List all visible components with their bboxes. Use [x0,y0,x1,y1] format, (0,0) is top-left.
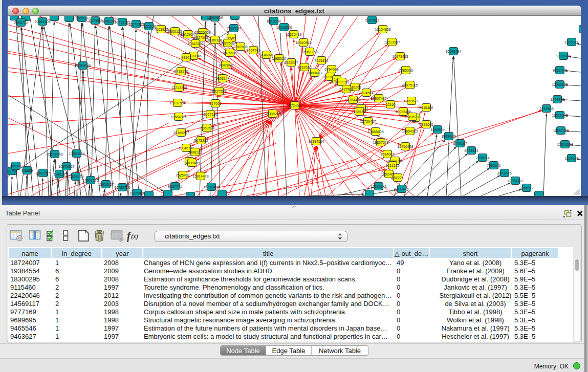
svg-text:3267130: 3267130 [203,113,217,116]
svg-text:114519: 114519 [54,172,66,176]
svg-text:7663822: 7663822 [154,28,168,31]
svg-text:7625402: 7625402 [176,173,189,177]
svg-text:8813054: 8813054 [267,19,280,23]
svg-text:19654925: 19654925 [170,115,186,119]
svg-text:10054112: 10054112 [508,179,524,183]
svg-text:1640954: 1640954 [430,128,444,132]
svg-text:115689: 115689 [21,169,33,172]
svg-text:15692951: 15692951 [553,129,569,133]
svg-text:98901: 98901 [181,56,191,59]
svg-text:10107554: 10107554 [169,101,185,105]
svg-text:8454749: 8454749 [246,49,260,52]
svg-text:19218506: 19218506 [276,26,292,29]
svg-text:18724007: 18724007 [287,104,302,107]
svg-text:20053346: 20053346 [75,64,91,68]
svg-text:16210643: 16210643 [552,114,568,117]
svg-text:9777169: 9777169 [335,80,349,84]
svg-text:12923468: 12923468 [129,191,145,195]
svg-text:2718176: 2718176 [174,70,188,73]
svg-text:252214: 252214 [391,176,403,180]
svg-text:7955812: 7955812 [314,59,328,62]
svg-text:10958107: 10958107 [98,183,114,186]
svg-text:1362615: 1362615 [297,65,311,69]
svg-text:8678332: 8678332 [194,139,208,142]
svg-text:62160: 62160 [385,103,396,106]
svg-text:1527602: 1527602 [88,19,102,23]
svg-text:6497508: 6497508 [339,87,353,91]
svg-text:9227342: 9227342 [553,69,567,72]
svg-text:8990443: 8990443 [308,71,321,75]
svg-text:17016504: 17016504 [557,143,573,146]
svg-text:9115460: 9115460 [420,106,433,110]
svg-text:10973493: 10973493 [392,55,408,58]
svg-text:9329946: 9329946 [556,54,570,58]
svg-text:15720407: 15720407 [360,120,376,123]
svg-text:8660123: 8660123 [168,30,182,33]
svg-text:20206543: 20206543 [47,152,62,156]
svg-text:16033809: 16033809 [207,16,223,19]
svg-text:10807487: 10807487 [371,97,386,100]
svg-text:3215958: 3215958 [539,107,553,111]
svg-text:8675685: 8675685 [223,51,236,55]
svg-text:1733426: 1733426 [395,187,408,191]
svg-text:10655287: 10655287 [74,16,90,20]
svg-text:8912954: 8912954 [181,33,194,36]
svg-text:9899695: 9899695 [419,123,433,126]
svg-text:(x): (x) [131,233,138,240]
svg-text:885061: 885061 [10,164,21,168]
svg-text:16782759: 16782759 [114,186,130,189]
svg-text:12093822: 12093822 [552,83,568,86]
svg-text:2055712: 2055712 [14,21,28,25]
svg-text:18807249: 18807249 [373,141,388,144]
svg-text:12213369: 12213369 [171,86,187,90]
svg-text:12505135: 12505135 [68,175,83,179]
svg-text:1244415: 1244415 [550,98,564,101]
svg-text:8471676: 8471676 [497,171,511,175]
svg-text:9242848: 9242848 [219,63,232,67]
svg-text:16914479: 16914479 [192,174,208,178]
svg-text:1588520: 1588520 [272,57,286,60]
svg-text:20691406: 20691406 [34,20,50,24]
svg-text:19166827: 19166827 [173,131,189,135]
svg-text:9474444: 9474444 [464,149,478,152]
svg-text:7485063: 7485063 [399,69,412,72]
svg-text:19384554: 19384554 [308,140,324,143]
svg-text:2935114: 2935114 [476,156,490,160]
svg-text:19756928: 19756928 [397,145,413,148]
svg-text:8322037: 8322037 [284,61,298,64]
svg-text:12213967: 12213967 [384,40,400,44]
svg-text:217006: 217006 [209,102,221,105]
svg-text:7357224: 7357224 [227,27,241,30]
svg-text:8938923: 8938923 [442,135,455,138]
svg-text:1167533: 1167533 [565,157,579,160]
svg-text:9245612: 9245612 [519,186,533,190]
svg-text:3498222: 3498222 [188,150,202,154]
svg-text:7632621: 7632621 [487,164,500,167]
svg-text:2087682: 2087682 [365,18,379,22]
svg-text:9857771: 9857771 [168,185,182,188]
svg-text:16154808: 16154808 [375,28,390,31]
svg-text:11325419: 11325419 [286,33,302,36]
svg-text:19300235: 19300235 [265,112,280,116]
svg-text:14099489: 14099489 [184,161,200,165]
svg-text:10688609: 10688609 [367,130,383,134]
svg-text:9327508: 9327508 [221,41,234,45]
svg-text:10543342: 10543342 [187,42,203,46]
svg-text:9463627: 9463627 [404,99,418,103]
svg-text:1575074: 1575074 [564,40,578,44]
svg-text:9084067: 9084067 [380,152,394,156]
svg-text:8427552: 8427552 [212,90,226,93]
svg-text:16648784: 16648784 [445,50,461,53]
svg-text:16961758: 16961758 [301,50,317,54]
svg-text:138634: 138634 [353,110,365,114]
svg-text:6794028: 6794028 [324,68,338,71]
svg-text:9327505: 9327505 [194,36,208,39]
svg-text:2942757: 2942757 [36,171,50,175]
svg-text:2867608: 2867608 [233,45,247,49]
svg-text:16640910: 16640910 [295,41,311,45]
svg-text:17957275: 17957275 [82,179,98,182]
svg-text:11353594: 11353594 [199,126,215,130]
svg-text:17359924: 17359924 [69,152,84,156]
svg-text:1615132: 1615132 [385,164,399,167]
svg-text:20364436: 20364436 [345,98,361,102]
